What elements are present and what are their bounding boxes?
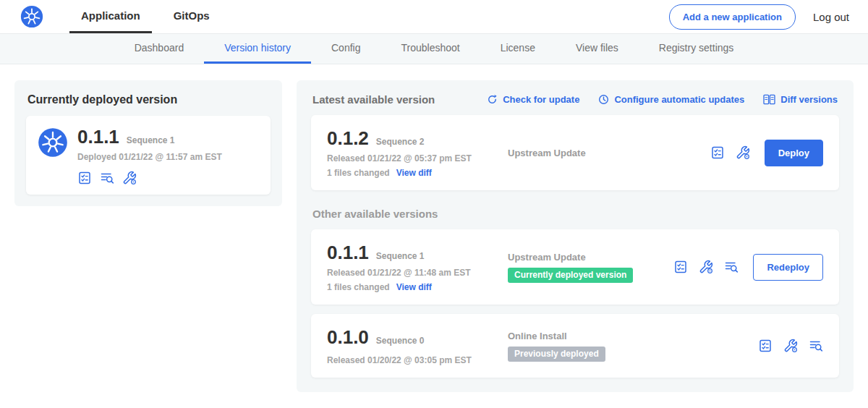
app-subnav: Dashboard Version history Config Trouble… — [0, 34, 868, 64]
subnav-item-config[interactable]: Config — [311, 34, 380, 64]
deployed-panel-title: Currently deployed version — [26, 92, 271, 106]
currently-deployed-panel: Currently deployed version 0.1.1 Sequenc… — [14, 80, 282, 206]
view-logs-icon[interactable] — [100, 171, 114, 185]
logout-link[interactable]: Log out — [813, 11, 849, 23]
topbar-right: Add a new application Log out — [669, 0, 849, 33]
preflight-checks-icon[interactable] — [710, 145, 725, 160]
version-source-label: Online Install — [508, 331, 758, 341]
edit-config-icon[interactable] — [736, 145, 750, 160]
currently-deployed-badge: Currently deployed version — [508, 268, 633, 283]
view-diff-link[interactable]: View diff — [396, 282, 432, 292]
view-diff-link[interactable]: View diff — [396, 168, 432, 178]
files-changed-label: 1 files changed — [327, 168, 390, 178]
edit-config-icon[interactable] — [783, 339, 798, 353]
clock-icon — [598, 94, 609, 105]
preflight-checks-icon[interactable] — [673, 260, 688, 274]
tab-application[interactable]: Application — [69, 0, 152, 33]
version-number: 0.1.0 — [327, 326, 369, 349]
subnav-item-dashboard[interactable]: Dashboard — [114, 34, 205, 64]
check-for-update-label: Check for update — [503, 94, 579, 105]
sequence-label: Sequence 0 — [376, 336, 425, 346]
preflight-checks-icon[interactable] — [758, 339, 773, 353]
app-icon-kubernetes — [38, 127, 68, 158]
configure-automatic-updates-label: Configure automatic updates — [614, 94, 744, 105]
main-content: Currently deployed version 0.1.1 Sequenc… — [0, 64, 868, 408]
deployed-version-number: 0.1.1 — [77, 126, 119, 148]
refresh-icon — [487, 94, 498, 105]
redeploy-button[interactable]: Redeploy — [753, 254, 823, 281]
released-date: Released 01/21/22 @ 05:37 pm EST — [327, 153, 508, 163]
subnav-label: Troubleshoot — [401, 42, 459, 54]
released-date: Released 01/20/22 @ 03:05 pm EST — [327, 355, 508, 365]
diff-versions-label: Diff versions — [780, 94, 838, 105]
version-source-label: Upstream Update — [508, 148, 710, 158]
add-application-button[interactable]: Add a new application — [669, 4, 796, 30]
app-logo — [20, 0, 43, 33]
topbar: Application GitOps Add a new application… — [0, 0, 868, 34]
released-date: Released 01/21/22 @ 11:48 am EST — [327, 268, 508, 278]
version-card-0-1-2: 0.1.2 Sequence 2 Released 01/21/22 @ 05:… — [311, 115, 839, 190]
subnav-label: Dashboard — [135, 42, 184, 54]
files-changed-label: 1 files changed — [327, 282, 390, 292]
latest-available-title: Latest available version — [312, 93, 435, 106]
deploy-button[interactable]: Deploy — [765, 140, 823, 166]
deployed-version-card: 0.1.1 Sequence 1 Deployed 01/21/22 @ 11:… — [26, 116, 271, 195]
subnav-label: Registry settings — [659, 42, 733, 54]
deployed-date: Deployed 01/21/22 @ 11:57 am EST — [77, 152, 222, 162]
version-card-0-1-1: 0.1.1 Sequence 1 Released 01/21/22 @ 11:… — [311, 229, 839, 305]
kubernetes-logo-icon — [20, 5, 43, 28]
diff-icon — [763, 94, 775, 105]
previously-deployed-badge: Previously deployed — [508, 347, 605, 362]
deployed-sequence-label: Sequence 1 — [127, 135, 175, 145]
configure-automatic-updates-link[interactable]: Configure automatic updates — [598, 94, 744, 105]
version-number: 0.1.2 — [327, 127, 369, 150]
subnav-item-license[interactable]: License — [480, 34, 556, 64]
subnav-item-registry-settings[interactable]: Registry settings — [639, 34, 754, 64]
subnav-label: Config — [331, 42, 360, 54]
check-for-update-link[interactable]: Check for update — [487, 94, 579, 105]
tab-gitops[interactable]: GitOps — [162, 0, 221, 33]
tab-gitops-label: GitOps — [174, 9, 210, 22]
sequence-label: Sequence 1 — [376, 251, 425, 261]
subnav-item-view-files[interactable]: View files — [556, 34, 639, 64]
view-logs-icon[interactable] — [724, 260, 739, 274]
diff-versions-link[interactable]: Diff versions — [763, 94, 838, 105]
edit-config-icon[interactable] — [122, 171, 137, 185]
top-tabs: Application GitOps — [69, 0, 231, 33]
subnav-label: License — [501, 42, 535, 54]
subnav-item-version-history[interactable]: Version history — [204, 34, 311, 64]
view-logs-icon[interactable] — [809, 339, 823, 353]
version-card-0-1-0: 0.1.0 Sequence 0 Released 01/20/22 @ 03:… — [311, 314, 839, 378]
tab-application-label: Application — [81, 9, 140, 22]
subnav-label: Version history — [224, 42, 291, 54]
edit-config-icon[interactable] — [699, 260, 713, 274]
other-versions-title: Other available versions — [312, 208, 839, 220]
version-number: 0.1.1 — [327, 242, 369, 264]
sequence-label: Sequence 2 — [376, 137, 425, 147]
version-source-label: Upstream Update — [508, 252, 673, 263]
available-versions-panel: Latest available version Check for updat… — [297, 80, 854, 392]
subnav-item-troubleshoot[interactable]: Troubleshoot — [380, 34, 480, 64]
preflight-checks-icon[interactable] — [77, 171, 92, 185]
subnav-label: View files — [576, 42, 618, 54]
